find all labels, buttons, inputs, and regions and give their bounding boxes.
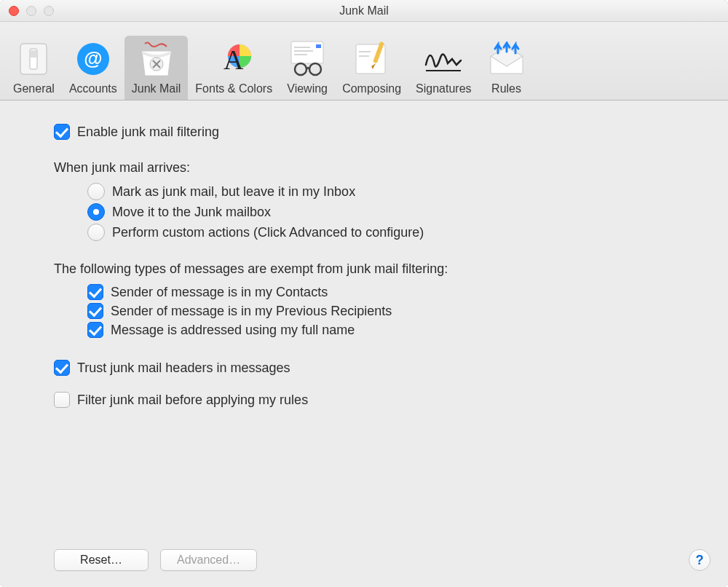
filter-before-rules-label: Filter junk mail before applying my rule… <box>77 393 308 408</box>
enable-filtering-checkbox[interactable] <box>54 124 70 140</box>
help-button[interactable]: ? <box>689 549 711 571</box>
advanced-button[interactable]: Advanced… <box>160 549 257 571</box>
tab-accounts[interactable]: @ Accounts <box>62 36 124 100</box>
arrives-radio-label: Perform custom actions (Click Advanced t… <box>112 225 424 240</box>
filter-before-rules-checkbox[interactable] <box>54 392 70 408</box>
preferences-window: Junk Mail General @ Accounts <box>0 0 728 587</box>
tab-label: Rules <box>491 82 521 95</box>
arrives-radio-label: Mark as junk mail, but leave it in my In… <box>112 184 355 200</box>
tab-label: General <box>13 82 55 95</box>
trust-headers-checkbox[interactable] <box>54 360 70 376</box>
enable-filtering-label: Enable junk mail filtering <box>77 125 219 140</box>
preferences-toolbar: General @ Accounts <box>0 22 728 101</box>
exempt-contacts-row: Sender of message is in my Contacts <box>87 284 703 300</box>
arrives-radio-mark[interactable] <box>87 183 105 200</box>
tab-label: Accounts <box>69 82 117 95</box>
exempt-checkbox-label: Sender of message is in my Contacts <box>111 285 328 300</box>
titlebar: Junk Mail <box>0 0 728 22</box>
svg-point-15 <box>295 63 306 75</box>
window-controls <box>9 6 54 16</box>
arrives-radio-move[interactable] <box>87 203 105 221</box>
preferences-content: Enable junk mail filtering When junk mai… <box>0 101 728 587</box>
exempt-contacts-checkbox[interactable] <box>87 284 103 300</box>
window-minimize-button[interactable] <box>26 6 36 16</box>
svg-rect-11 <box>316 44 321 48</box>
arrives-radio-label: Move it to the Junk mailbox <box>112 205 271 220</box>
tab-signatures[interactable]: Signatures <box>408 36 479 100</box>
tab-label: Fonts & Colors <box>195 82 272 95</box>
exempt-fullname-row: Message is addressed using my full name <box>87 322 703 338</box>
tab-viewing[interactable]: Viewing <box>280 36 335 100</box>
exempt-heading: The following types of messages are exem… <box>54 261 703 277</box>
viewing-icon <box>287 39 328 79</box>
arrives-option-move: Move it to the Junk mailbox <box>87 203 703 221</box>
tab-label: Signatures <box>416 82 472 95</box>
trust-headers-row: Trust junk mail headers in messages <box>54 360 703 376</box>
exempt-checkbox-label: Message is addressed using my full name <box>111 323 355 338</box>
enable-filtering-row: Enable junk mail filtering <box>54 124 703 140</box>
svg-text:@: @ <box>84 47 102 69</box>
tab-general[interactable]: General <box>6 36 62 100</box>
tab-label: Composing <box>342 82 401 95</box>
window-zoom-button[interactable] <box>44 6 54 16</box>
composing-icon <box>352 39 392 79</box>
junk-mail-icon <box>136 39 177 79</box>
accounts-icon: @ <box>73 39 114 79</box>
svg-point-16 <box>309 63 321 75</box>
tab-rules[interactable]: Rules <box>479 36 534 100</box>
window-close-button[interactable] <box>9 6 19 16</box>
tab-label: Junk Mail <box>132 82 181 95</box>
tab-junk-mail[interactable]: Junk Mail <box>124 36 189 100</box>
rules-icon <box>486 39 527 79</box>
fonts-colors-icon: A <box>213 39 254 79</box>
exempt-fullname-checkbox[interactable] <box>87 322 103 338</box>
filter-before-rules-row: Filter junk mail before applying my rule… <box>54 392 703 408</box>
svg-rect-2 <box>31 50 36 58</box>
trust-headers-label: Trust junk mail headers in messages <box>77 361 290 376</box>
arrives-heading: When junk mail arrives: <box>54 160 703 176</box>
reset-button[interactable]: Reset… <box>54 549 149 571</box>
window-title: Junk Mail <box>0 4 728 17</box>
arrives-radio-custom[interactable] <box>87 224 105 241</box>
arrives-option-custom: Perform custom actions (Click Advanced t… <box>87 224 703 241</box>
signatures-icon <box>423 39 464 79</box>
footer-buttons: Reset… Advanced… <box>54 549 257 571</box>
exempt-previous-row: Sender of message is in my Previous Reci… <box>87 303 703 319</box>
exempt-previous-checkbox[interactable] <box>87 303 103 319</box>
tab-composing[interactable]: Composing <box>335 36 408 100</box>
general-icon <box>13 39 54 79</box>
tab-fonts-colors[interactable]: A Fonts & Colors <box>188 36 280 100</box>
exempt-checkbox-label: Sender of message is in my Previous Reci… <box>111 304 392 319</box>
svg-text:A: A <box>223 44 244 75</box>
arrives-option-mark: Mark as junk mail, but leave it in my In… <box>87 183 703 200</box>
tab-label: Viewing <box>287 82 328 95</box>
